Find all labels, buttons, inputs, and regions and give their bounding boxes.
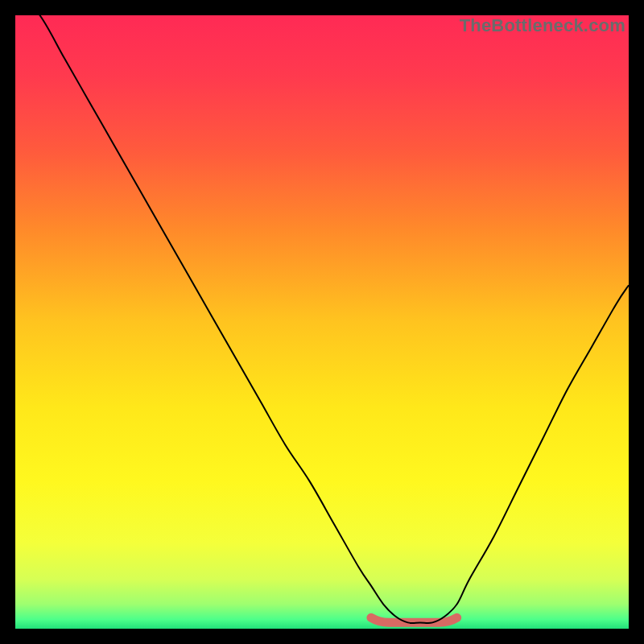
chart-frame: TheBottleneck.com xyxy=(0,0,644,644)
gradient-background xyxy=(15,15,629,629)
plot-canvas xyxy=(15,15,629,629)
plot-area: TheBottleneck.com xyxy=(15,15,629,629)
watermark-text: TheBottleneck.com xyxy=(460,15,625,36)
flat-region-marker xyxy=(371,617,457,622)
